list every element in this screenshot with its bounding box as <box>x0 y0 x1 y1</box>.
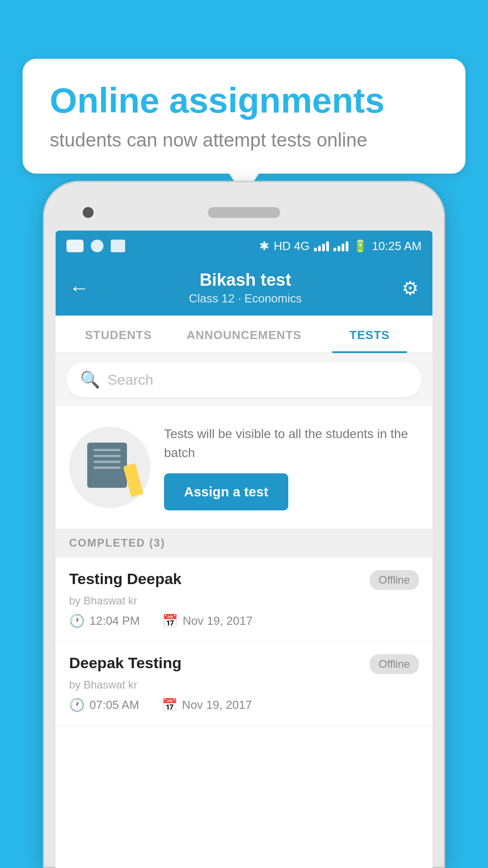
signal-bar-2 <box>318 246 321 251</box>
test-item[interactable]: Testing Deepak Offline by Bhaswat kr 🕐 1… <box>56 557 432 642</box>
offline-badge: Offline <box>370 570 419 590</box>
search-placeholder: Search <box>108 372 153 388</box>
test-date: 📅 Nov 19, 2017 <box>162 613 253 628</box>
signal-bar2-1 <box>333 248 336 251</box>
app-header: ← Bikash test Class 12 · Economics ⚙ <box>56 261 432 316</box>
search-icon: 🔍 <box>80 370 100 389</box>
offline-badge-2: Offline <box>370 654 419 674</box>
notebook-line-3 <box>94 461 121 463</box>
status-right: ✱ HD 4G 🔋 10:25 AM <box>259 239 422 253</box>
assign-test-button[interactable]: Assign a test <box>164 473 288 510</box>
status-bar: ✱ HD 4G 🔋 10:25 AM <box>56 231 432 261</box>
test-author: by Bhaswat kr <box>69 594 419 607</box>
assign-info-text: Tests will be visible to all the student… <box>164 425 419 462</box>
calendar-icon: 📅 <box>162 613 178 628</box>
signal-bar-1 <box>314 248 317 251</box>
notebook-icon <box>87 443 127 488</box>
clock-icon-2: 🕐 <box>69 698 85 712</box>
test-item-top: Testing Deepak Offline <box>69 570 419 590</box>
app-icon-whatsapp <box>91 240 103 252</box>
test-icon-circle <box>69 427 150 508</box>
test-item-2[interactable]: Deepak Testing Offline by Bhaswat kr 🕐 0… <box>56 642 432 726</box>
phone-camera-icon <box>83 207 94 218</box>
test-2-meta: 🕐 07:05 AM 📅 Nov 19, 2017 <box>69 698 419 712</box>
clock-icon: 🕐 <box>69 613 85 628</box>
test-2-time: 🕐 07:05 AM <box>69 698 139 712</box>
test-2-date: 📅 Nov 19, 2017 <box>162 698 252 712</box>
signal-bar2-2 <box>338 246 340 251</box>
signal-bar2-4 <box>346 241 348 251</box>
notebook-lines <box>94 449 121 472</box>
back-button[interactable]: ← <box>69 277 89 299</box>
signal-bars-2 <box>333 241 348 251</box>
settings-button[interactable]: ⚙ <box>402 277 419 299</box>
signal-bar-3 <box>322 244 325 251</box>
class-title: Bikash test <box>89 270 402 290</box>
notebook-line-1 <box>94 449 121 451</box>
app-icon-1 <box>66 240 84 252</box>
notebook-line-2 <box>94 455 121 457</box>
test-2-name: Deepak Testing <box>69 654 182 672</box>
test-item-2-top: Deepak Testing Offline <box>69 654 419 674</box>
phone-frame: ✱ HD 4G 🔋 10:25 AM ← <box>43 181 445 868</box>
app-icon-gallery <box>111 240 125 252</box>
battery-icon: 🔋 <box>353 239 367 253</box>
phone-speaker <box>208 207 280 218</box>
bubble-subtitle: students can now attempt tests online <box>50 129 438 151</box>
calendar-icon-2: 📅 <box>162 698 178 712</box>
completed-section-header: COMPLETED (3) <box>56 528 432 557</box>
test-icon <box>87 443 132 492</box>
tab-tests[interactable]: TESTS <box>307 316 432 352</box>
speech-bubble: Online assignments students can now atte… <box>23 59 465 174</box>
tab-announcements[interactable]: ANNOUNCEMENTS <box>181 316 307 352</box>
test-time-value: 12:04 PM <box>89 614 140 628</box>
status-left-icons <box>66 240 125 252</box>
assign-right: Tests will be visible to all the student… <box>164 425 419 510</box>
test-2-time-value: 07:05 AM <box>89 698 139 712</box>
assign-test-section: Tests will be visible to all the student… <box>56 406 432 528</box>
test-2-author: by Bhaswat kr <box>69 679 419 691</box>
tabs-bar: STUDENTS ANNOUNCEMENTS TESTS <box>56 316 432 353</box>
bubble-title: Online assignments <box>50 81 438 120</box>
signal-bars <box>314 241 329 251</box>
network-label: HD 4G <box>274 239 310 253</box>
test-time: 🕐 12:04 PM <box>69 613 140 628</box>
test-meta: 🕐 12:04 PM 📅 Nov 19, 2017 <box>69 613 419 628</box>
class-subtitle: Class 12 · Economics <box>89 292 402 306</box>
phone-top <box>56 194 432 231</box>
notebook-line-4 <box>94 467 121 469</box>
search-bar[interactable]: 🔍 Search <box>66 362 422 397</box>
header-center: Bikash test Class 12 · Economics <box>89 270 402 306</box>
signal-bar-4 <box>326 241 329 251</box>
time-label: 10:25 AM <box>372 239 422 253</box>
test-name: Testing Deepak <box>69 570 182 588</box>
search-bar-wrap: 🔍 Search <box>56 353 432 406</box>
phone-screen: ✱ HD 4G 🔋 10:25 AM ← <box>56 231 432 868</box>
test-date-value: Nov 19, 2017 <box>183 614 253 628</box>
tab-students[interactable]: STUDENTS <box>56 316 181 352</box>
bluetooth-icon: ✱ <box>259 239 269 253</box>
signal-bar2-3 <box>342 244 344 251</box>
test-2-date-value: Nov 19, 2017 <box>182 698 252 712</box>
